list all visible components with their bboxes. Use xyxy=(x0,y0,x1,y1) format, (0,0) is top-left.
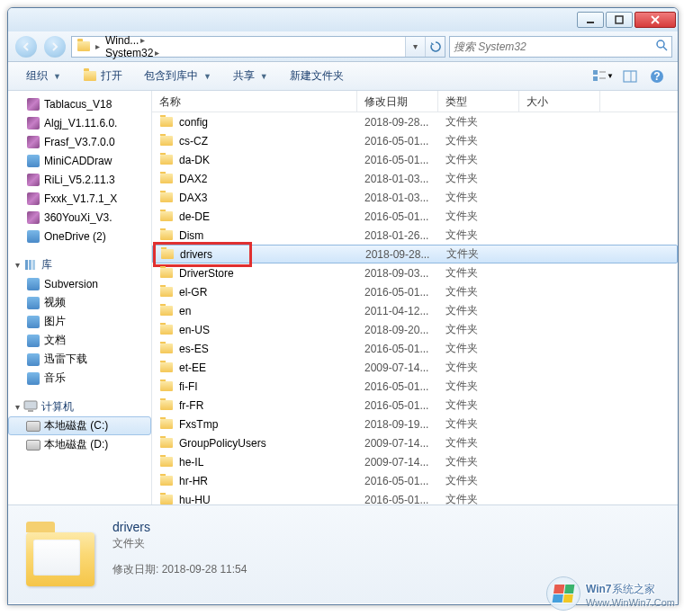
maximize-button[interactable] xyxy=(606,12,633,28)
tree-item[interactable]: Fxxk_V1.7.1_X xyxy=(8,189,151,208)
file-name: DriverStore xyxy=(179,267,234,280)
search-icon[interactable] xyxy=(655,39,668,54)
file-name: GroupPolicyUsers xyxy=(179,437,266,450)
tree-item[interactable]: RiLi_V5.2.11.3 xyxy=(8,170,151,189)
svg-rect-17 xyxy=(24,401,37,409)
svg-rect-14 xyxy=(25,260,28,270)
svg-rect-7 xyxy=(593,76,598,81)
file-row[interactable]: FxsTmp2018-09-19...文件夹 xyxy=(152,415,678,433)
tree-item[interactable]: MiniCADDraw xyxy=(8,151,151,170)
windows-logo-icon xyxy=(546,576,580,611)
file-name: cs-CZ xyxy=(179,135,208,147)
search-box[interactable] xyxy=(449,36,672,58)
preview-pane-button[interactable] xyxy=(618,65,642,88)
organize-button[interactable]: 组织▼ xyxy=(17,65,70,87)
file-row[interactable]: Dism2018-01-26...文件夹 xyxy=(152,226,678,245)
file-row[interactable]: cs-CZ2016-05-01...文件夹 xyxy=(152,131,678,150)
file-date: 2009-07-14... xyxy=(357,437,438,450)
tree-item[interactable]: OneDrive (2) xyxy=(8,227,151,246)
file-type: 文件夹 xyxy=(438,265,519,281)
folder-icon xyxy=(159,153,174,167)
addressbar-dropdown-button[interactable]: ▾ xyxy=(405,37,425,57)
nav-forward-button[interactable] xyxy=(42,35,68,58)
address-bar[interactable]: ▸ Wind... ▸System32 ▸ ▾ xyxy=(71,36,446,58)
tree-item[interactable]: Tablacus_V18 xyxy=(8,94,151,113)
column-size[interactable]: 大小 xyxy=(519,91,600,112)
tree-item[interactable]: 图片 xyxy=(8,312,151,331)
file-name: en-US xyxy=(179,324,210,336)
folder-icon xyxy=(159,474,174,488)
file-row[interactable]: et-EE2009-07-14...文件夹 xyxy=(152,358,678,377)
folder-icon xyxy=(159,342,174,356)
file-name: en xyxy=(179,305,191,317)
content-area: Tablacus_V18Algj_V1.11.6.0.Frasf_V3.7.0.… xyxy=(8,91,678,504)
chevron-down-icon[interactable]: ▾ xyxy=(15,260,20,270)
file-row[interactable]: el-GR2016-05-01...文件夹 xyxy=(152,282,678,301)
refresh-button[interactable] xyxy=(425,37,445,57)
column-name[interactable]: 名称 xyxy=(152,91,357,112)
minimize-button[interactable] xyxy=(577,12,604,28)
tree-item[interactable]: 本地磁盘 (C:) xyxy=(8,416,151,435)
breadcrumb-item[interactable]: Wind... ▸ xyxy=(100,34,166,47)
close-button[interactable] xyxy=(634,12,676,28)
share-button[interactable]: 共享▼ xyxy=(224,65,277,87)
include-library-button[interactable]: 包含到库中▼ xyxy=(135,65,220,87)
tree-group[interactable]: ▾库 xyxy=(8,254,151,274)
nav-back-button[interactable] xyxy=(14,35,39,58)
folder-icon xyxy=(159,285,174,299)
file-type: 文件夹 xyxy=(438,114,519,129)
file-row[interactable]: fi-FI2016-05-01...文件夹 xyxy=(152,377,678,396)
tree-item[interactable]: 本地磁盘 (D:) xyxy=(8,435,151,454)
folder-icon xyxy=(160,247,175,262)
tree-item[interactable]: 视频 xyxy=(8,293,151,312)
file-row[interactable]: hu-HU2016-05-01...文件夹 xyxy=(152,490,678,504)
tree-item[interactable]: Algj_V1.11.6.0. xyxy=(8,113,151,132)
svg-text:?: ? xyxy=(653,70,660,83)
file-row[interactable]: DAX32018-01-03...文件夹 xyxy=(152,188,678,207)
file-list[interactable]: 名称 修改日期 类型 大小 config2018-09-28...文件夹cs-C… xyxy=(152,91,678,504)
tree-item[interactable]: 文档 xyxy=(8,331,151,350)
tree-item[interactable]: Frasf_V3.7.0.0 xyxy=(8,132,151,151)
file-type: 文件夹 xyxy=(438,322,519,337)
column-date[interactable]: 修改日期 xyxy=(357,91,438,112)
search-input[interactable] xyxy=(454,40,655,53)
file-row[interactable]: fr-FR2016-05-01...文件夹 xyxy=(152,396,678,415)
open-button[interactable]: 打开 xyxy=(74,65,131,87)
file-name: el-GR xyxy=(179,286,207,299)
toolbar: 组织▼ 打开 包含到库中▼ 共享▼ 新建文件夹 ▼ ? xyxy=(8,62,678,91)
file-name: FxsTmp xyxy=(179,418,218,431)
file-date: 2018-09-20... xyxy=(357,324,438,336)
file-row[interactable]: hr-HR2016-05-01...文件夹 xyxy=(152,471,678,490)
breadcrumb-item[interactable]: System32 ▸ xyxy=(100,47,166,59)
column-header-row: 名称 修改日期 类型 大小 xyxy=(152,91,678,112)
chevron-right-icon[interactable]: ▸ xyxy=(155,48,159,58)
file-row[interactable]: es-ES2016-05-01...文件夹 xyxy=(152,339,678,358)
tree-item[interactable]: 360YouXi_V3. xyxy=(8,208,151,227)
file-row[interactable]: GroupPolicyUsers2009-07-14...文件夹 xyxy=(152,433,678,452)
chevron-right-icon[interactable]: ▸ xyxy=(140,35,145,45)
file-row[interactable]: da-DK2016-05-01...文件夹 xyxy=(152,150,678,169)
chevron-down-icon[interactable]: ▾ xyxy=(15,402,20,412)
file-row[interactable]: DAX22018-01-03...文件夹 xyxy=(152,169,678,188)
file-type: 文件夹 xyxy=(438,360,519,375)
file-row[interactable]: en2011-04-12...文件夹 xyxy=(152,301,678,320)
file-row[interactable]: config2018-09-28...文件夹 xyxy=(152,112,678,131)
file-row[interactable]: drivers2018-09-28...文件夹 xyxy=(152,245,678,263)
tree-item[interactable]: 音乐 xyxy=(8,369,151,388)
help-button[interactable]: ? xyxy=(645,65,669,88)
navbar: ▸ Wind... ▸System32 ▸ ▾ xyxy=(8,31,678,62)
file-date: 2016-05-01... xyxy=(357,210,438,223)
file-row[interactable]: he-IL2009-07-14...文件夹 xyxy=(152,452,678,471)
tree-item[interactable]: 迅雷下载 xyxy=(8,350,151,369)
sidebar[interactable]: Tablacus_V18Algj_V1.11.6.0.Frasf_V3.7.0.… xyxy=(8,91,152,504)
tree-group[interactable]: ▾计算机 xyxy=(8,397,151,416)
svg-rect-16 xyxy=(32,260,35,270)
file-row[interactable]: en-US2018-09-20...文件夹 xyxy=(152,320,678,339)
file-row[interactable]: DriverStore2018-09-03...文件夹 xyxy=(152,263,678,282)
tree-item[interactable]: Subversion xyxy=(8,274,151,293)
file-row[interactable]: de-DE2016-05-01...文件夹 xyxy=(152,207,678,226)
view-button[interactable]: ▼ xyxy=(591,65,615,88)
svg-rect-1 xyxy=(616,16,623,23)
column-type[interactable]: 类型 xyxy=(438,91,519,112)
new-folder-button[interactable]: 新建文件夹 xyxy=(281,65,353,87)
